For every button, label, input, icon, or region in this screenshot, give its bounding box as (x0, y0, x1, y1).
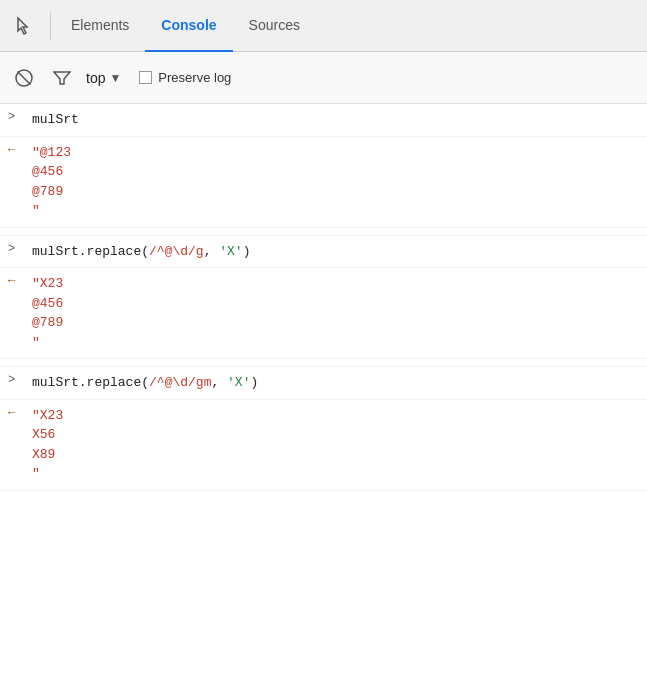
console-spacer (0, 228, 647, 236)
tab-bar: Elements Console Sources (0, 0, 647, 52)
console-row: ← "@123 @456 @789 " (0, 137, 647, 228)
console-output-text: "X23 @456 @789 " (28, 272, 647, 354)
clear-console-button[interactable] (10, 64, 38, 92)
input-arrow: > (0, 240, 28, 256)
cursor-icon[interactable] (8, 10, 40, 42)
console-content: > mulSrt ← "@123 @456 @789 " > mulSrt.re… (0, 104, 647, 680)
output-arrow: ← (0, 404, 28, 420)
console-output-text: "X23 X56 X89 " (28, 404, 647, 486)
tab-elements[interactable]: Elements (55, 0, 145, 52)
preserve-log-checkbox[interactable] (139, 71, 152, 84)
console-row: > mulSrt.replace(/^@\d/gm, 'X') (0, 367, 647, 400)
output-arrow: ← (0, 272, 28, 288)
preserve-log-label: Preserve log (158, 70, 231, 85)
console-row: > mulSrt.replace(/^@\d/g, 'X') (0, 236, 647, 269)
input-arrow: > (0, 108, 28, 124)
svg-line-1 (18, 71, 31, 84)
preserve-log-container: Preserve log (139, 70, 231, 85)
console-input-text: mulSrt (28, 108, 647, 132)
tab-console[interactable]: Console (145, 0, 232, 52)
tab-sources[interactable]: Sources (233, 0, 316, 52)
context-selector[interactable]: top ▼ (86, 70, 121, 86)
tab-divider (50, 12, 51, 40)
console-input-text: mulSrt.replace(/^@\d/g, 'X') (28, 240, 647, 264)
console-input-text: mulSrt.replace(/^@\d/gm, 'X') (28, 371, 647, 395)
context-arrow-icon: ▼ (109, 71, 121, 85)
toolbar: top ▼ Preserve log (0, 52, 647, 104)
console-spacer (0, 359, 647, 367)
console-row: ← "X23 X56 X89 " (0, 400, 647, 491)
console-row: > mulSrt (0, 104, 647, 137)
input-arrow: > (0, 371, 28, 387)
output-arrow: ← (0, 141, 28, 157)
console-row: ← "X23 @456 @789 " (0, 268, 647, 359)
console-output-text: "@123 @456 @789 " (28, 141, 647, 223)
filter-button[interactable] (48, 64, 76, 92)
context-label: top (86, 70, 105, 86)
